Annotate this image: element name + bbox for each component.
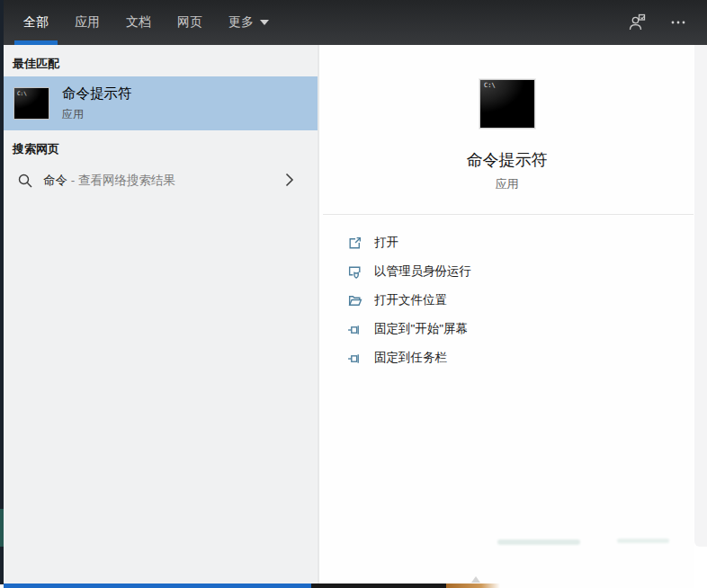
more-options-ellipsis-icon[interactable] xyxy=(667,12,689,33)
taskbar-sliver-blue xyxy=(4,584,311,588)
more-label: 更多 xyxy=(228,14,254,31)
action-open-file-location[interactable]: 打开文件位置 xyxy=(319,286,694,315)
tab-documents-label: 文档 xyxy=(126,14,151,31)
best-match-texts: 命令提示符 应用 xyxy=(62,85,132,122)
taskbar-sliver-orange xyxy=(446,584,500,588)
account-sign-in-options-icon[interactable] xyxy=(626,12,648,33)
action-pin-to-start[interactable]: 固定到"开始"屏幕 xyxy=(319,315,694,343)
preview-panel: C:\ 命令提示符 应用 打开 以管理员身份运行 xyxy=(319,45,694,588)
web-search-text: 命令 - 查看网络搜索结果 xyxy=(43,173,175,189)
command-prompt-icon-large: C:\ xyxy=(479,79,535,129)
web-search-query: 命令 xyxy=(43,174,67,187)
pin-icon xyxy=(347,322,362,337)
command-prompt-icon-text: C:\ xyxy=(17,90,27,96)
chevron-down-icon xyxy=(260,20,269,25)
best-match-result-command-prompt[interactable]: C:\ 命令提示符 应用 xyxy=(0,76,318,130)
windows-search-flyout: 全部 应用 文档 网页 更多 xyxy=(0,0,707,588)
action-open-label: 打开 xyxy=(374,235,398,251)
tab-all-label: 全部 xyxy=(23,14,49,31)
tab-documents[interactable]: 文档 xyxy=(124,0,153,45)
open-icon xyxy=(347,236,362,251)
action-open[interactable]: 打开 xyxy=(319,228,694,257)
chevron-right-icon[interactable] xyxy=(285,173,294,187)
pin-icon xyxy=(347,351,362,366)
more-dropdown[interactable]: 更多 xyxy=(227,0,271,45)
action-pin-to-taskbar-label: 固定到任务栏 xyxy=(374,350,447,366)
tab-all[interactable]: 全部 xyxy=(22,0,50,45)
run-as-admin-icon xyxy=(347,264,362,280)
small-gray-artifact xyxy=(471,576,480,583)
web-search-result-row[interactable]: 命令 - 查看网络搜索结果 xyxy=(0,165,318,197)
search-filter-bar: 全部 应用 文档 网页 更多 xyxy=(0,0,707,45)
best-match-subtitle: 应用 xyxy=(62,107,132,122)
tab-web[interactable]: 网页 xyxy=(175,0,204,45)
action-pin-to-start-label: 固定到"开始"屏幕 xyxy=(374,321,468,337)
topbar-icons xyxy=(626,12,707,33)
action-run-as-admin-label: 以管理员身份运行 xyxy=(374,263,471,280)
left-edge-artifact xyxy=(0,509,4,547)
watermark-smudge xyxy=(617,539,669,543)
taskbar-sliver-dark xyxy=(311,584,446,588)
search-icon xyxy=(17,173,33,189)
action-pin-to-taskbar[interactable]: 固定到任务栏 xyxy=(319,343,694,372)
tab-apps[interactable]: 应用 xyxy=(73,0,102,45)
results-panel: 最佳匹配 C:\ 命令提示符 应用 搜索网页 命令 - 查看网络搜索结果 xyxy=(0,45,318,584)
web-search-hint: - 查看网络搜索结果 xyxy=(67,174,175,187)
section-divider xyxy=(323,214,694,215)
best-match-header: 最佳匹配 xyxy=(13,56,59,72)
tab-web-label: 网页 xyxy=(177,14,202,31)
context-actions: 打开 以管理员身份运行 打开文件位置 xyxy=(319,228,694,372)
watermark-smudge xyxy=(497,539,580,545)
action-run-as-admin[interactable]: 以管理员身份运行 xyxy=(319,257,694,286)
command-prompt-icon-text: C:\ xyxy=(484,82,496,89)
action-open-file-location-label: 打开文件位置 xyxy=(374,292,447,308)
search-web-header: 搜索网页 xyxy=(13,141,59,157)
command-prompt-icon: C:\ xyxy=(13,87,49,120)
open-file-location-icon xyxy=(347,293,362,308)
right-gutter xyxy=(694,45,707,547)
filter-tabs: 全部 应用 文档 网页 更多 xyxy=(0,0,271,45)
app-title: 命令提示符 xyxy=(319,149,694,171)
best-match-title: 命令提示符 xyxy=(62,85,132,103)
app-subtitle: 应用 xyxy=(319,176,694,192)
tab-apps-label: 应用 xyxy=(75,14,100,31)
screen-left-edge xyxy=(0,0,4,584)
